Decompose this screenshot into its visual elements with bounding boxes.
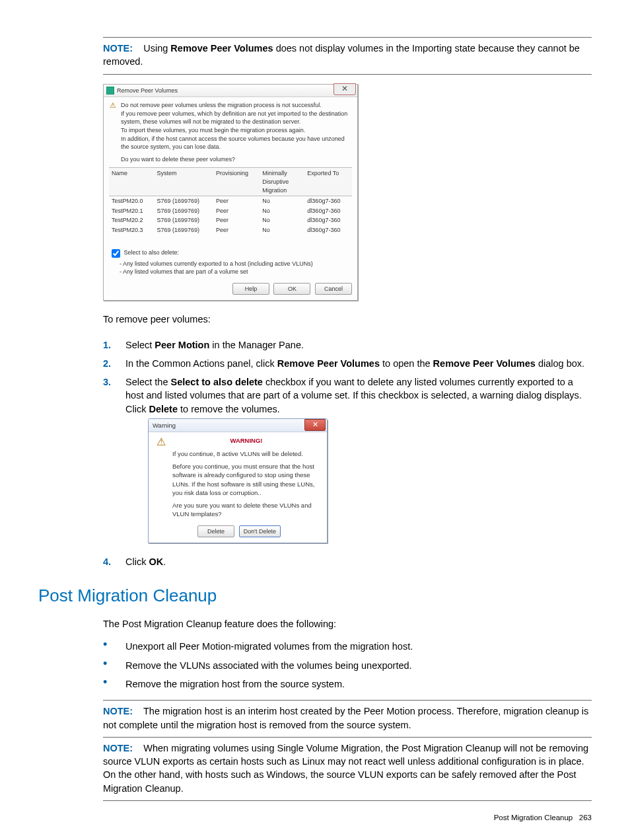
section-title: Post Migration Cleanup: [38, 584, 592, 607]
bullet-item: •Remove the migration host from the sour…: [103, 677, 592, 691]
warning-dialog-title: Warning: [153, 422, 176, 429]
col-system: System: [155, 168, 214, 196]
step-number: 4.: [103, 555, 114, 568]
page-footer: Post Migration Cleanup 263: [494, 812, 592, 823]
warning-icon: ⚠: [155, 436, 167, 448]
table-row: TestPM20.1S769 (1699769)PeerNodl360g7-36…: [109, 206, 352, 216]
intro-text: To remove peer volumes:: [103, 313, 592, 326]
ok-button[interactable]: OK: [273, 283, 310, 295]
divider: [103, 737, 592, 738]
col-provisioning: Provisioning: [213, 168, 260, 196]
dialog-title: Remove Peer Volumes: [117, 87, 178, 95]
select-also-delete-input[interactable]: [112, 249, 120, 258]
warning-dialog-text: WARNING! If you continue, 8 active VLUNs…: [172, 436, 320, 518]
select-also-delete-checkbox[interactable]: Select to also delete:: [109, 249, 179, 256]
note-migration-host: NOTE: The migration host is an interim h…: [103, 705, 592, 732]
help-button[interactable]: Help: [232, 283, 269, 295]
divider: [103, 800, 592, 801]
bullet-item: •Unexport all Peer Motion-migrated volum…: [103, 640, 592, 653]
step-3: 3. Select the Select to also delete chec…: [103, 375, 592, 550]
bullet-icon: •: [103, 677, 114, 691]
warning-heading: WARNING!: [172, 436, 320, 445]
bullet-icon: •: [103, 659, 114, 672]
col-min-disruptive: Minimally Disruptive Migration: [260, 168, 304, 196]
note-label: NOTE:: [103, 743, 133, 753]
step-4: 4. Click OK.: [103, 555, 592, 568]
bullet-icon: •: [103, 640, 114, 653]
step-number: 1.: [103, 338, 114, 352]
section-intro: The Post Migration Cleanup feature does …: [103, 617, 592, 630]
app-icon: [106, 87, 114, 95]
step-1: 1. Select Peer Motion in the Manager Pan…: [103, 338, 592, 352]
select-also-delete-block: Select to also delete: - Any listed volu…: [109, 247, 352, 276]
table-row: TestPM20.0S769 (1699769)PeerNodl360g7-36…: [109, 196, 352, 206]
dialog-warning-text: Do not remove peer volumes unless the mi…: [121, 101, 352, 163]
note-label: NOTE:: [103, 43, 133, 54]
col-name: Name: [109, 168, 155, 196]
remove-peer-volumes-dialog: Remove Peer Volumes ✕ ⚠ Do not remove pe…: [103, 84, 358, 301]
note-remove: NOTE: Using Remove Peer Volumes does not…: [103, 42, 592, 69]
step-2: 2. In the Common Actions panel, click Re…: [103, 357, 592, 370]
divider-under-note: [103, 74, 592, 75]
col-exported-to: Exported To: [304, 168, 352, 196]
delete-button[interactable]: Delete: [197, 525, 234, 538]
table-row: TestPM20.3S769 (1699769)PeerNodl360g7-36…: [109, 225, 352, 235]
note-label: NOTE:: [103, 706, 133, 716]
divider-top: [103, 37, 592, 38]
step-number: 3.: [103, 375, 114, 550]
bullet-item: •Remove the VLUNs associated with the vo…: [103, 659, 592, 672]
divider: [103, 700, 592, 701]
close-icon[interactable]: ✕: [304, 419, 326, 431]
step-number: 2.: [103, 357, 114, 370]
warning-dialog: Warning ✕ ⚠ WARNING! If you continue, 8 …: [148, 418, 328, 543]
cancel-button[interactable]: Cancel: [315, 283, 352, 295]
table-row: TestPM20.2S769 (1699769)PeerNodl360g7-36…: [109, 215, 352, 225]
note-single-volume: NOTE: When migrating volumes using Singl…: [103, 742, 592, 795]
peer-volumes-table: Name System Provisioning Minimally Disru…: [109, 167, 352, 235]
dont-delete-button[interactable]: Don't Delete: [239, 525, 281, 538]
dialog-titlebar: Remove Peer Volumes ✕: [104, 85, 357, 98]
warning-icon: ⚠: [109, 101, 117, 109]
close-icon[interactable]: ✕: [333, 83, 356, 95]
warning-dialog-titlebar: Warning ✕: [149, 419, 327, 432]
